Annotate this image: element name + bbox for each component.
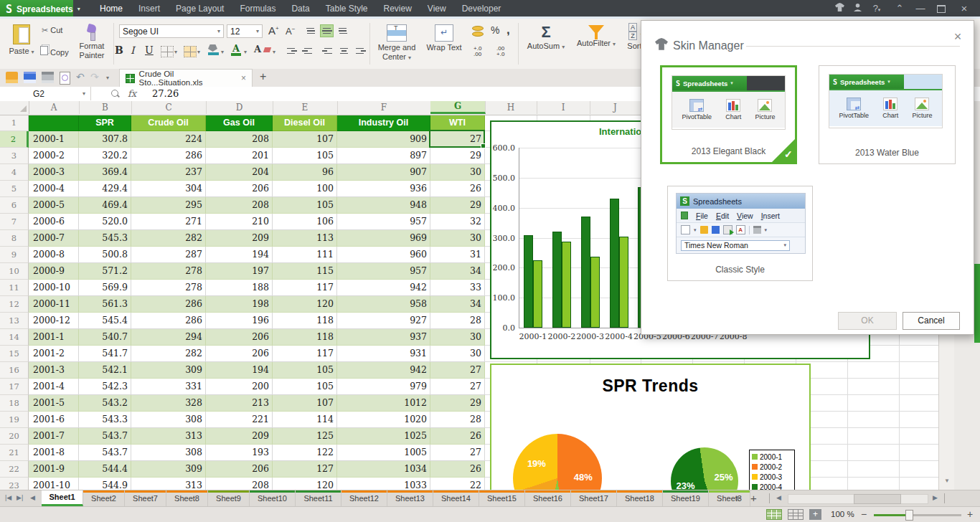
grid-cell[interactable]: 30	[430, 164, 485, 181]
grid-cell[interactable]: 282	[131, 346, 206, 362]
row-header-6[interactable]: 6	[0, 197, 29, 214]
grid-cell[interactable]: 543.7	[79, 428, 131, 445]
table-header-cell[interactable]	[29, 115, 79, 131]
row-header-21[interactable]: 21	[0, 445, 29, 461]
sheet-tab-sheet17[interactable]: Sheet17	[571, 490, 617, 506]
row-header-19[interactable]: 19	[0, 412, 29, 428]
column-header-D[interactable]: D	[206, 101, 273, 114]
cancel-button[interactable]: Cancel	[903, 312, 960, 330]
grid-cell[interactable]: 2001-7	[29, 428, 79, 445]
sheet-tab-sheet2[interactable]: Sheet2	[83, 490, 125, 506]
sheet-tab-sheet1[interactable]: Sheet1	[42, 490, 83, 506]
row-header-10[interactable]: 10	[0, 263, 29, 280]
dialog-close-button[interactable]: ×	[951, 29, 965, 44]
grid-cell[interactable]: 320.2	[79, 148, 131, 164]
grid-cell[interactable]: 286	[131, 148, 206, 164]
grid-cell[interactable]: 1033	[337, 478, 430, 490]
grid-cell[interactable]: 927	[337, 313, 430, 329]
normal-view-button[interactable]	[766, 509, 782, 520]
first-sheet-button[interactable]: |◀	[5, 494, 11, 501]
grid-cell[interactable]: 308	[131, 412, 206, 428]
grid-cell[interactable]: 26	[430, 461, 485, 478]
grid-cell[interactable]: 540.7	[79, 329, 131, 346]
page-layout-view-button[interactable]	[788, 509, 804, 520]
name-box[interactable]: G2 ▾	[0, 87, 91, 100]
grid-cell[interactable]: 469.4	[79, 197, 131, 214]
grid-cell[interactable]: 429.4	[79, 181, 131, 197]
help-button[interactable]: ?▾	[868, 3, 885, 14]
grid-cell[interactable]: 198	[206, 296, 273, 313]
tab-scroll-right[interactable]: ▶	[933, 494, 938, 501]
grid-cell[interactable]: 287	[131, 247, 206, 263]
sheet-tab-sheet10[interactable]: Sheet10	[250, 490, 296, 506]
grid-cell[interactable]: 1005	[337, 445, 430, 461]
row-header-1[interactable]: 1	[0, 115, 29, 131]
magnifier-icon[interactable]	[111, 90, 118, 97]
grid-cell[interactable]: 120	[273, 296, 337, 313]
increase-indent-button[interactable]	[301, 44, 315, 57]
sheet-tab-sheet7[interactable]: Sheet7	[125, 490, 166, 506]
tab-scrollbar-thumb[interactable]	[854, 494, 901, 504]
cell-style-dropdown[interactable]: ▾	[197, 49, 200, 55]
grid-cell[interactable]: 2000-7	[29, 230, 79, 247]
grid-cell[interactable]: 193	[206, 445, 273, 461]
grid-cell[interactable]: 30	[430, 230, 485, 247]
row-header-22[interactable]: 22	[0, 461, 29, 478]
minimize-button[interactable]: —	[913, 3, 928, 14]
grid-cell[interactable]: 200	[206, 379, 273, 395]
collapse-ribbon-button[interactable]: ⌃	[892, 3, 908, 14]
align-bottom-button[interactable]	[336, 24, 349, 37]
grid-cell[interactable]: 2000-2	[29, 148, 79, 164]
grid-cell[interactable]: 2001-4	[29, 379, 79, 395]
grid-cell[interactable]: 115	[273, 263, 337, 280]
grid-cell[interactable]: 909	[337, 131, 430, 148]
grid-cell[interactable]: 206	[206, 346, 273, 362]
table-header-cell[interactable]: SPR	[79, 115, 131, 131]
table-header-cell[interactable]: Industry Oil	[337, 115, 430, 131]
align-right-button[interactable]	[353, 44, 367, 57]
grid-cell[interactable]: 210	[206, 214, 273, 230]
grid-cell[interactable]: 545.3	[79, 230, 131, 247]
grid-cell[interactable]: 958	[337, 296, 430, 313]
grid-cell[interactable]: 907	[337, 164, 430, 181]
grid-cell[interactable]: 948	[337, 197, 430, 214]
grid-cell[interactable]: 1012	[337, 395, 430, 412]
grid-cell[interactable]: 107	[273, 131, 337, 148]
grid-cell[interactable]: 278	[131, 280, 206, 296]
align-left-button[interactable]	[321, 44, 335, 57]
row-header-14[interactable]: 14	[0, 329, 29, 346]
grid-cell[interactable]: 897	[337, 148, 430, 164]
grid-cell[interactable]: 543.7	[79, 445, 131, 461]
grid-cell[interactable]: 118	[273, 329, 337, 346]
grid-cell[interactable]: 541.7	[79, 346, 131, 362]
zoom-in-button[interactable]: +	[967, 508, 973, 520]
column-header-F[interactable]: F	[337, 101, 431, 114]
cut-button[interactable]: ✂ Cut	[42, 26, 62, 35]
ribbon-tab-view[interactable]: View	[420, 0, 454, 18]
grid-cell[interactable]: 309	[131, 362, 206, 379]
shrink-font-button[interactable]: A−	[286, 26, 295, 37]
row-header-23[interactable]: 23	[0, 478, 29, 490]
grid-cell[interactable]: 569.9	[79, 280, 131, 296]
grid-cell[interactable]: 122	[273, 445, 337, 461]
currency-button[interactable]	[472, 26, 484, 37]
format-painter-button[interactable]: Format Painter	[73, 23, 110, 66]
zoom-slider-track-right[interactable]	[910, 514, 961, 516]
cell-style-button[interactable]	[184, 46, 197, 57]
font-size-select[interactable]: 12▾	[227, 24, 263, 38]
grid-cell[interactable]: 2001-3	[29, 362, 79, 379]
grid-cell[interactable]: 113	[273, 230, 337, 247]
underline-button[interactable]: U	[145, 44, 154, 56]
grid-cell[interactable]: 30	[430, 329, 485, 346]
fill-handle[interactable]	[481, 143, 486, 148]
column-header-B[interactable]: B	[79, 101, 132, 114]
grid-cell[interactable]: 22	[430, 478, 485, 490]
ribbon-tab-insert[interactable]: Insert	[131, 0, 168, 18]
grid-cell[interactable]: 271	[131, 214, 206, 230]
column-header-C[interactable]: C	[131, 101, 207, 114]
zoom-slider-track-left[interactable]	[874, 514, 910, 516]
row-header-18[interactable]: 18	[0, 395, 29, 412]
grid-cell[interactable]: 2001-8	[29, 445, 79, 461]
grid-cell[interactable]: 118	[273, 313, 337, 329]
close-button[interactable]: ×	[956, 3, 973, 14]
